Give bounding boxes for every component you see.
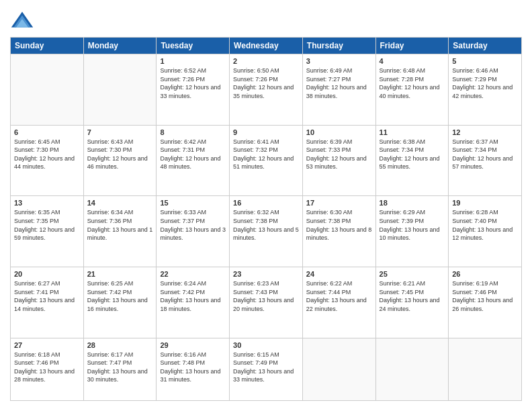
day-info: Sunrise: 6:16 AM Sunset: 7:48 PM Dayligh…: [160, 351, 226, 384]
calendar-day-cell: 12Sunrise: 6:37 AM Sunset: 7:34 PM Dayli…: [449, 125, 522, 196]
calendar-day-cell: 14Sunrise: 6:34 AM Sunset: 7:36 PM Dayli…: [83, 196, 157, 267]
calendar-day-cell: 2Sunrise: 6:50 AM Sunset: 7:26 PM Daylig…: [230, 54, 303, 126]
calendar-day-cell: 8Sunrise: 6:42 AM Sunset: 7:31 PM Daylig…: [157, 125, 230, 196]
day-info: Sunrise: 6:27 AM Sunset: 7:41 PM Dayligh…: [14, 279, 80, 313]
day-info: Sunrise: 6:34 AM Sunset: 7:36 PM Dayligh…: [87, 208, 153, 242]
day-info: Sunrise: 6:18 AM Sunset: 7:46 PM Dayligh…: [14, 351, 80, 384]
calendar-day-cell: 5Sunrise: 6:46 AM Sunset: 7:29 PM Daylig…: [449, 54, 522, 126]
day-number: 10: [306, 128, 372, 136]
calendar-day-cell: 19Sunrise: 6:28 AM Sunset: 7:40 PM Dayli…: [449, 196, 522, 267]
calendar-week-row: 6Sunrise: 6:45 AM Sunset: 7:30 PM Daylig…: [11, 125, 522, 196]
day-info: Sunrise: 6:22 AM Sunset: 7:44 PM Dayligh…: [306, 279, 372, 313]
day-number: 2: [233, 57, 299, 65]
day-info: Sunrise: 6:24 AM Sunset: 7:42 PM Dayligh…: [160, 279, 226, 313]
day-number: 3: [306, 57, 372, 65]
calendar-day-cell: 26Sunrise: 6:19 AM Sunset: 7:46 PM Dayli…: [449, 267, 522, 338]
day-info: Sunrise: 6:49 AM Sunset: 7:27 PM Dayligh…: [306, 66, 372, 100]
day-number: 23: [233, 270, 299, 278]
day-number: 9: [233, 128, 299, 136]
day-info: Sunrise: 6:28 AM Sunset: 7:40 PM Dayligh…: [452, 208, 518, 242]
day-number: 13: [14, 199, 80, 207]
calendar-day-cell: 29Sunrise: 6:16 AM Sunset: 7:48 PM Dayli…: [157, 338, 230, 400]
day-info: Sunrise: 6:30 AM Sunset: 7:38 PM Dayligh…: [306, 208, 372, 242]
calendar-day-cell: [375, 338, 449, 400]
day-number: 6: [14, 128, 80, 136]
day-info: Sunrise: 6:33 AM Sunset: 7:37 PM Dayligh…: [160, 208, 226, 242]
calendar-day-cell: 10Sunrise: 6:39 AM Sunset: 7:33 PM Dayli…: [302, 125, 375, 196]
calendar-day-cell: 27Sunrise: 6:18 AM Sunset: 7:46 PM Dayli…: [11, 338, 84, 400]
day-info: Sunrise: 6:29 AM Sunset: 7:39 PM Dayligh…: [380, 208, 445, 242]
page: SundayMondayTuesdayWednesdayThursdayFrid…: [0, 0, 532, 411]
calendar-day-header: Monday: [83, 38, 157, 54]
calendar-day-cell: 28Sunrise: 6:17 AM Sunset: 7:47 PM Dayli…: [83, 338, 157, 400]
day-number: 29: [160, 341, 226, 349]
day-number: 1: [160, 57, 226, 65]
day-info: Sunrise: 6:48 AM Sunset: 7:28 PM Dayligh…: [380, 66, 445, 100]
day-info: Sunrise: 6:17 AM Sunset: 7:47 PM Dayligh…: [87, 351, 153, 384]
calendar-day-cell: 6Sunrise: 6:45 AM Sunset: 7:30 PM Daylig…: [11, 125, 84, 196]
calendar-day-cell: 15Sunrise: 6:33 AM Sunset: 7:37 PM Dayli…: [157, 196, 230, 267]
day-number: 21: [87, 270, 153, 278]
day-number: 25: [380, 270, 445, 278]
day-info: Sunrise: 6:37 AM Sunset: 7:34 PM Dayligh…: [452, 138, 518, 171]
day-info: Sunrise: 6:39 AM Sunset: 7:33 PM Dayligh…: [306, 138, 372, 171]
day-number: 4: [380, 57, 445, 65]
calendar-day-cell: [83, 54, 157, 126]
day-info: Sunrise: 6:21 AM Sunset: 7:45 PM Dayligh…: [380, 279, 445, 313]
calendar-day-header: Sunday: [11, 38, 84, 54]
calendar-week-row: 27Sunrise: 6:18 AM Sunset: 7:46 PM Dayli…: [11, 338, 522, 400]
day-info: Sunrise: 6:25 AM Sunset: 7:42 PM Dayligh…: [87, 279, 153, 313]
calendar-day-cell: 4Sunrise: 6:48 AM Sunset: 7:28 PM Daylig…: [375, 54, 449, 126]
header: [10, 10, 522, 30]
day-number: 19: [452, 199, 518, 207]
calendar-day-cell: 16Sunrise: 6:32 AM Sunset: 7:38 PM Dayli…: [230, 196, 303, 267]
day-number: 26: [452, 270, 518, 278]
day-number: 15: [160, 199, 226, 207]
calendar-day-cell: [449, 338, 522, 400]
calendar-day-cell: 24Sunrise: 6:22 AM Sunset: 7:44 PM Dayli…: [302, 267, 375, 338]
day-number: 11: [380, 128, 445, 136]
day-number: 14: [87, 199, 153, 207]
calendar-header-row: SundayMondayTuesdayWednesdayThursdayFrid…: [11, 38, 522, 54]
day-info: Sunrise: 6:19 AM Sunset: 7:46 PM Dayligh…: [452, 279, 518, 313]
calendar-day-header: Friday: [375, 38, 449, 54]
calendar-day-cell: 18Sunrise: 6:29 AM Sunset: 7:39 PM Dayli…: [375, 196, 449, 267]
calendar-day-cell: 11Sunrise: 6:38 AM Sunset: 7:34 PM Dayli…: [375, 125, 449, 196]
calendar-day-cell: 20Sunrise: 6:27 AM Sunset: 7:41 PM Dayli…: [11, 267, 84, 338]
day-number: 5: [452, 57, 518, 65]
day-number: 20: [14, 270, 80, 278]
calendar-day-cell: 25Sunrise: 6:21 AM Sunset: 7:45 PM Dayli…: [375, 267, 449, 338]
day-number: 8: [160, 128, 226, 136]
calendar-week-row: 1Sunrise: 6:52 AM Sunset: 7:26 PM Daylig…: [11, 54, 522, 126]
day-number: 30: [233, 341, 299, 349]
day-info: Sunrise: 6:42 AM Sunset: 7:31 PM Dayligh…: [160, 138, 226, 171]
day-number: 18: [380, 199, 445, 207]
calendar-day-header: Tuesday: [157, 38, 230, 54]
calendar-day-cell: 13Sunrise: 6:35 AM Sunset: 7:35 PM Dayli…: [11, 196, 84, 267]
calendar-day-header: Thursday: [302, 38, 375, 54]
calendar-day-cell: [302, 338, 375, 400]
day-number: 27: [14, 341, 80, 349]
day-info: Sunrise: 6:41 AM Sunset: 7:32 PM Dayligh…: [233, 138, 299, 171]
day-info: Sunrise: 6:23 AM Sunset: 7:43 PM Dayligh…: [233, 279, 299, 313]
calendar-day-cell: 9Sunrise: 6:41 AM Sunset: 7:32 PM Daylig…: [230, 125, 303, 196]
logo: [10, 10, 37, 30]
day-info: Sunrise: 6:43 AM Sunset: 7:30 PM Dayligh…: [87, 138, 153, 171]
calendar-table: SundayMondayTuesdayWednesdayThursdayFrid…: [10, 37, 522, 401]
calendar-week-row: 20Sunrise: 6:27 AM Sunset: 7:41 PM Dayli…: [11, 267, 522, 338]
day-number: 7: [87, 128, 153, 136]
calendar-day-cell: 7Sunrise: 6:43 AM Sunset: 7:30 PM Daylig…: [83, 125, 157, 196]
calendar-day-cell: 23Sunrise: 6:23 AM Sunset: 7:43 PM Dayli…: [230, 267, 303, 338]
day-number: 24: [306, 270, 372, 278]
day-number: 22: [160, 270, 226, 278]
day-info: Sunrise: 6:45 AM Sunset: 7:30 PM Dayligh…: [14, 138, 80, 171]
calendar-day-cell: 17Sunrise: 6:30 AM Sunset: 7:38 PM Dayli…: [302, 196, 375, 267]
calendar-day-header: Saturday: [449, 38, 522, 54]
day-info: Sunrise: 6:35 AM Sunset: 7:35 PM Dayligh…: [14, 208, 80, 242]
day-info: Sunrise: 6:32 AM Sunset: 7:38 PM Dayligh…: [233, 208, 299, 242]
logo-icon: [10, 10, 34, 30]
day-number: 16: [233, 199, 299, 207]
calendar-day-cell: 21Sunrise: 6:25 AM Sunset: 7:42 PM Dayli…: [83, 267, 157, 338]
calendar-day-cell: 1Sunrise: 6:52 AM Sunset: 7:26 PM Daylig…: [157, 54, 230, 126]
calendar-day-cell: 3Sunrise: 6:49 AM Sunset: 7:27 PM Daylig…: [302, 54, 375, 126]
